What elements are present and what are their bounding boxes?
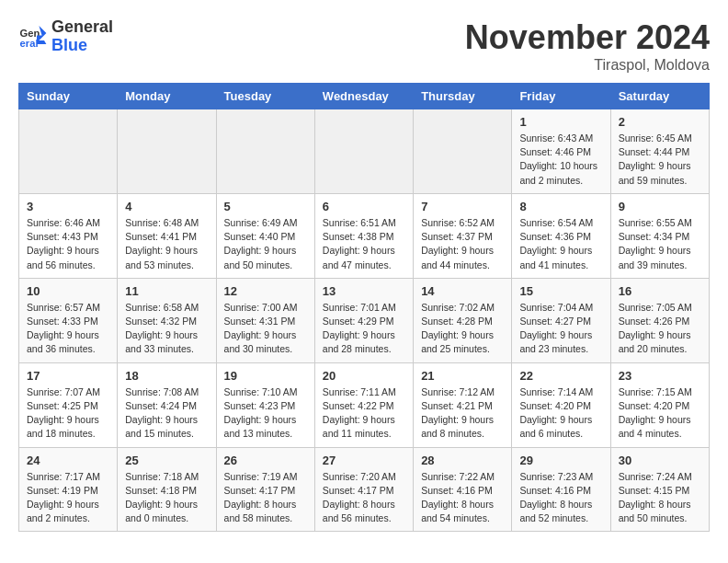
- weekday-header-row: SundayMondayTuesdayWednesdayThursdayFrid…: [19, 84, 710, 109]
- calendar-cell: 2Sunrise: 6:45 AMSunset: 4:44 PMDaylight…: [610, 109, 709, 194]
- day-number: 18: [125, 369, 208, 383]
- title-area: November 2024 Tiraspol, Moldova: [465, 18, 710, 74]
- logo-blue: Blue: [51, 37, 113, 55]
- day-number: 2: [619, 115, 701, 129]
- weekday-header-friday: Friday: [512, 84, 610, 109]
- day-number: 1: [519, 115, 602, 129]
- day-info: Sunrise: 7:20 AMSunset: 4:17 PMDaylight:…: [323, 470, 405, 526]
- day-number: 28: [421, 454, 504, 467]
- calendar-cell: 6Sunrise: 6:51 AMSunset: 4:38 PMDaylight…: [314, 193, 413, 278]
- day-number: 23: [619, 369, 701, 383]
- weekday-header-tuesday: Tuesday: [216, 84, 314, 109]
- calendar-cell: 15Sunrise: 7:04 AMSunset: 4:27 PMDayligh…: [512, 278, 610, 362]
- day-info: Sunrise: 7:22 AMSunset: 4:16 PMDaylight:…: [421, 470, 504, 526]
- calendar-cell: 13Sunrise: 7:01 AMSunset: 4:29 PMDayligh…: [314, 278, 413, 362]
- day-number: 29: [519, 454, 602, 467]
- calendar-cell: 14Sunrise: 7:02 AMSunset: 4:28 PMDayligh…: [414, 278, 512, 362]
- day-info: Sunrise: 6:52 AMSunset: 4:37 PMDaylight:…: [421, 216, 504, 272]
- day-number: 22: [519, 369, 602, 383]
- day-info: Sunrise: 6:49 AMSunset: 4:40 PMDaylight:…: [224, 216, 307, 272]
- logo: Gen eral General Blue: [18, 18, 113, 55]
- day-info: Sunrise: 7:17 AMSunset: 4:19 PMDaylight:…: [27, 470, 109, 526]
- day-number: 25: [125, 454, 208, 467]
- day-number: 20: [323, 369, 405, 383]
- calendar-cell: 16Sunrise: 7:05 AMSunset: 4:26 PMDayligh…: [610, 278, 709, 362]
- day-info: Sunrise: 7:23 AMSunset: 4:16 PMDaylight:…: [519, 470, 602, 526]
- day-number: 16: [619, 284, 701, 298]
- weekday-header-saturday: Saturday: [610, 84, 709, 109]
- day-info: Sunrise: 7:01 AMSunset: 4:29 PMDaylight:…: [323, 301, 405, 357]
- calendar-cell: 30Sunrise: 7:24 AMSunset: 4:15 PMDayligh…: [610, 447, 709, 532]
- logo-icon: Gen eral: [18, 22, 48, 52]
- day-info: Sunrise: 7:24 AMSunset: 4:15 PMDaylight:…: [619, 470, 701, 526]
- day-info: Sunrise: 6:58 AMSunset: 4:32 PMDaylight:…: [125, 301, 208, 357]
- day-number: 7: [421, 200, 504, 213]
- calendar-cell: [118, 109, 216, 194]
- week-row-4: 17Sunrise: 7:07 AMSunset: 4:25 PMDayligh…: [19, 362, 710, 447]
- calendar-cell: 23Sunrise: 7:15 AMSunset: 4:20 PMDayligh…: [610, 362, 709, 447]
- day-number: 30: [619, 454, 701, 467]
- day-number: 27: [323, 454, 405, 467]
- day-info: Sunrise: 7:05 AMSunset: 4:26 PMDaylight:…: [619, 301, 701, 357]
- day-info: Sunrise: 7:04 AMSunset: 4:27 PMDaylight:…: [519, 301, 602, 357]
- calendar-cell: 22Sunrise: 7:14 AMSunset: 4:20 PMDayligh…: [512, 362, 610, 447]
- calendar-cell: 3Sunrise: 6:46 AMSunset: 4:43 PMDaylight…: [19, 193, 118, 278]
- day-info: Sunrise: 6:54 AMSunset: 4:36 PMDaylight:…: [519, 216, 602, 272]
- week-row-1: 1Sunrise: 6:43 AMSunset: 4:46 PMDaylight…: [19, 109, 710, 194]
- day-number: 6: [323, 200, 405, 213]
- week-row-5: 24Sunrise: 7:17 AMSunset: 4:19 PMDayligh…: [19, 447, 710, 532]
- day-number: 13: [323, 284, 405, 298]
- day-number: 24: [27, 454, 109, 467]
- day-number: 4: [125, 200, 208, 213]
- calendar-cell: 4Sunrise: 6:48 AMSunset: 4:41 PMDaylight…: [118, 193, 216, 278]
- weekday-header-wednesday: Wednesday: [314, 84, 413, 109]
- calendar-cell: 1Sunrise: 6:43 AMSunset: 4:46 PMDaylight…: [512, 109, 610, 194]
- day-number: 15: [519, 284, 602, 298]
- calendar-cell: 5Sunrise: 6:49 AMSunset: 4:40 PMDaylight…: [216, 193, 314, 278]
- calendar-table: SundayMondayTuesdayWednesdayThursdayFrid…: [18, 83, 710, 532]
- day-info: Sunrise: 7:12 AMSunset: 4:21 PMDaylight:…: [421, 385, 504, 442]
- calendar-cell: 28Sunrise: 7:22 AMSunset: 4:16 PMDayligh…: [414, 447, 512, 532]
- calendar-cell: 20Sunrise: 7:11 AMSunset: 4:22 PMDayligh…: [314, 362, 413, 447]
- day-number: 12: [224, 284, 307, 298]
- svg-text:eral: eral: [20, 38, 39, 49]
- weekday-header-thursday: Thursday: [414, 84, 512, 109]
- week-row-2: 3Sunrise: 6:46 AMSunset: 4:43 PMDaylight…: [19, 193, 710, 278]
- month-title: November 2024: [465, 18, 710, 57]
- day-info: Sunrise: 6:57 AMSunset: 4:33 PMDaylight:…: [27, 301, 109, 357]
- day-info: Sunrise: 7:00 AMSunset: 4:31 PMDaylight:…: [224, 301, 307, 357]
- day-info: Sunrise: 7:14 AMSunset: 4:20 PMDaylight:…: [519, 385, 602, 442]
- day-number: 10: [27, 284, 109, 298]
- day-info: Sunrise: 7:07 AMSunset: 4:25 PMDaylight:…: [27, 385, 109, 442]
- calendar-cell: [216, 109, 314, 194]
- logo-text: General Blue: [51, 18, 113, 55]
- weekday-header-monday: Monday: [118, 84, 216, 109]
- calendar-cell: [414, 109, 512, 194]
- page-header: Gen eral General Blue November 2024 Tira…: [18, 18, 710, 74]
- calendar-cell: 7Sunrise: 6:52 AMSunset: 4:37 PMDaylight…: [414, 193, 512, 278]
- day-info: Sunrise: 6:46 AMSunset: 4:43 PMDaylight:…: [27, 216, 109, 272]
- week-row-3: 10Sunrise: 6:57 AMSunset: 4:33 PMDayligh…: [19, 278, 710, 362]
- calendar-cell: 24Sunrise: 7:17 AMSunset: 4:19 PMDayligh…: [19, 447, 118, 532]
- calendar-cell: 25Sunrise: 7:18 AMSunset: 4:18 PMDayligh…: [118, 447, 216, 532]
- calendar-cell: 29Sunrise: 7:23 AMSunset: 4:16 PMDayligh…: [512, 447, 610, 532]
- calendar-cell: 8Sunrise: 6:54 AMSunset: 4:36 PMDaylight…: [512, 193, 610, 278]
- day-number: 21: [421, 369, 504, 383]
- day-number: 8: [519, 200, 602, 213]
- weekday-header-sunday: Sunday: [19, 84, 118, 109]
- day-info: Sunrise: 6:43 AMSunset: 4:46 PMDaylight:…: [519, 132, 602, 188]
- day-info: Sunrise: 7:10 AMSunset: 4:23 PMDaylight:…: [224, 385, 307, 442]
- calendar-cell: [314, 109, 413, 194]
- calendar-cell: 17Sunrise: 7:07 AMSunset: 4:25 PMDayligh…: [19, 362, 118, 447]
- day-number: 5: [224, 200, 307, 213]
- day-info: Sunrise: 6:45 AMSunset: 4:44 PMDaylight:…: [619, 132, 701, 188]
- day-info: Sunrise: 6:48 AMSunset: 4:41 PMDaylight:…: [125, 216, 208, 272]
- calendar-cell: 18Sunrise: 7:08 AMSunset: 4:24 PMDayligh…: [118, 362, 216, 447]
- day-info: Sunrise: 7:19 AMSunset: 4:17 PMDaylight:…: [224, 470, 307, 526]
- day-info: Sunrise: 6:51 AMSunset: 4:38 PMDaylight:…: [323, 216, 405, 272]
- location: Tiraspol, Moldova: [465, 57, 710, 74]
- day-number: 14: [421, 284, 504, 298]
- calendar-cell: 10Sunrise: 6:57 AMSunset: 4:33 PMDayligh…: [19, 278, 118, 362]
- calendar-cell: 19Sunrise: 7:10 AMSunset: 4:23 PMDayligh…: [216, 362, 314, 447]
- day-number: 17: [27, 369, 109, 383]
